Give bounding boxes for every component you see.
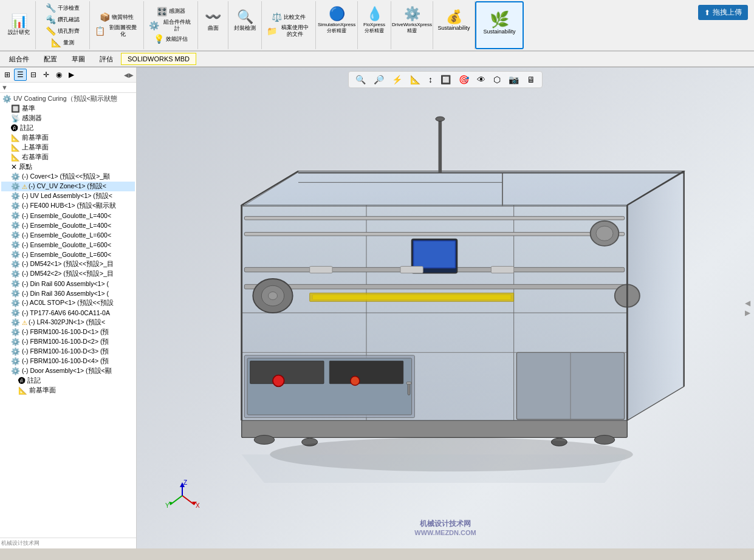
tab-solidworks-mbd[interactable]: SOLIDWORKS MBD — [121, 53, 196, 65]
tree-item-ac0l[interactable]: ⚙️ (-) AC0L STOP<1> (預設<<預設 — [1, 298, 135, 308]
tree-item-origin[interactable]: ✕ 原點 — [1, 162, 135, 172]
tree-item-din600[interactable]: ⚙️ (-) Din Rail 600 Assembly<1> ( — [1, 279, 135, 289]
lt-circle-btn[interactable]: ◉ — [53, 69, 65, 81]
tree-item-goulotte2[interactable]: ⚙️ (-) Ensemble_Goulotte_L=400< — [1, 220, 135, 230]
tree-root-icon: ⚙️ — [2, 95, 12, 103]
vp-display-style[interactable]: 🎯 — [456, 73, 472, 86]
active-docs-button[interactable]: 📁 稿案使用中的文件 — [264, 23, 313, 39]
tree-item-door-annotation[interactable]: 🅐 註記 — [1, 376, 135, 386]
tab-sketch[interactable]: 草圖 — [65, 52, 92, 66]
tab-assembly[interactable]: 組合件 — [2, 52, 36, 66]
driveworks-xpress-button[interactable]: ⚙️ DriveWorksXpress精靈 — [394, 2, 430, 39]
lt-detail-btn[interactable]: ⊟ — [27, 69, 39, 81]
tree-item-door-front-plane[interactable]: 📐 前基準面 — [1, 386, 135, 395]
sensor-button[interactable]: 🎛️ 感測器 — [146, 6, 195, 17]
compare-docs-button[interactable]: ⚖️ 比較文件 — [264, 12, 313, 22]
material-props-button[interactable]: 📦 物質特性 — [92, 12, 141, 22]
lt-scroll-right[interactable]: ◀▶ — [123, 72, 135, 78]
tree-item-tp177[interactable]: ⚙️ (-) TP177-6AV6 640-0CA11-0A — [1, 308, 135, 318]
vp-3d-view[interactable]: 🔲 — [437, 73, 454, 86]
y-axis-label: Y — [165, 502, 170, 509]
tree-item-door[interactable]: ⚙️ (-) Door Assembly<1> (預設<顯 — [1, 366, 135, 376]
svg-rect-47 — [491, 266, 513, 273]
material-icon: 📦 — [100, 13, 110, 21]
svg-marker-8 — [243, 172, 502, 206]
interference-check-button[interactable]: 🔧 干涉檢查 — [38, 2, 87, 13]
tree-item-front-plane[interactable]: 📐 前基準面 — [1, 133, 135, 143]
vp-zoom-area[interactable]: 🔎 — [371, 73, 387, 86]
tree-item-fbrm1[interactable]: ⚙️ (-) FBRM100-16-100-D<1> (預 — [1, 327, 135, 337]
tree-item-uv-led[interactable]: ⚙️ (-) UV Led Assembly<1> (預設< — [1, 191, 135, 201]
simulation-xpress-button[interactable]: 🔵 SimulationXpress分析精靈 — [318, 2, 355, 39]
vp-view-orient[interactable]: 📐 — [407, 73, 423, 86]
flo-icon: 💧 — [366, 7, 383, 21]
seal-check-button[interactable]: 🔍 封裝檢測 — [231, 2, 259, 39]
nav-arrow-expand[interactable]: ▶ — [745, 309, 750, 317]
tree-item-sensor[interactable]: 📡 感測器 — [1, 114, 135, 123]
z-axis-label: Z — [183, 479, 187, 486]
tree-item-goulotte3[interactable]: ⚙️ (-) Ensemble_Goulotte_L=600< — [1, 230, 135, 240]
svg-rect-45 — [310, 266, 332, 273]
tree-item-din360[interactable]: ⚙️ (-) Din Rail 360 Assembly<1> ( — [1, 289, 135, 298]
hole-align-button[interactable]: 📏 填孔對齊 — [38, 26, 87, 36]
section-visual-button[interactable]: 📋 割面圖視覺化 — [92, 23, 141, 39]
vp-section-view[interactable]: ⬡ — [490, 73, 504, 86]
component-tree: ⚙️ UV Coating Curing（預設<顯示狀態 🔲 基準 📡 感測器 … — [0, 93, 136, 538]
vp-camera[interactable]: 📷 — [506, 73, 522, 86]
sustainability-button[interactable]: 🌿 Sustainability — [481, 5, 518, 41]
tree-item-top-plane[interactable]: 📐 上基準面 — [1, 143, 135, 152]
tree-item-fbrm3[interactable]: ⚙️ (-) FBRM100-16-100-D<3> (預 — [1, 347, 135, 357]
upload-button[interactable]: ⬆ 拖拽上傳 — [698, 5, 748, 20]
hole-icon: 📏 — [46, 27, 56, 35]
tree-item-base[interactable]: 🔲 基準 — [1, 104, 135, 114]
surface-icon: 〰️ — [205, 10, 221, 24]
seal-icon: 🔍 — [237, 10, 253, 24]
tree-item-goulotte5[interactable]: ⚙️ (-) Ensemble_Goulotte_L=600< — [1, 250, 135, 259]
vp-zoom-fit[interactable]: 🔍 — [352, 73, 369, 86]
vp-display[interactable]: 🖥 — [524, 73, 538, 86]
flo-xpress-button[interactable]: 💧 FloXpress分析精靈 — [360, 2, 388, 39]
tree-root[interactable]: ⚙️ UV Coating Curing（預設<顯示狀態 — [1, 94, 135, 104]
assembly-stats-button[interactable]: ⚙️ 組合件件統計 — [146, 18, 195, 33]
tree-item-dm542-2[interactable]: ⚙️ (-) DM542<2> (預設<<預設>_目 — [1, 269, 135, 279]
svg-rect-22 — [244, 232, 624, 236]
measure-button[interactable]: 📐 量測 — [38, 37, 87, 48]
tree-item-fbrm2[interactable]: ⚙️ (-) FBRM100-16-100-D<2> (預 — [1, 337, 135, 347]
tree-item-fbrm4[interactable]: ⚙️ (-) FBRM100-16-100-D<4> (預 — [1, 357, 135, 366]
lt-list-btn[interactable]: ☰ — [14, 69, 27, 81]
tree-root-label: UV Coating Curing（預設<顯示狀態 — [13, 95, 117, 103]
tree-item-cover[interactable]: ⚙️ (-) Cover<1> (預設<<預設>_顯 — [1, 172, 135, 182]
lt-expand-btn[interactable]: ▶ — [66, 69, 77, 81]
costing-button[interactable]: 💰 Sustainability — [436, 2, 472, 39]
tree-item-goulotte1[interactable]: ⚙️ (-) Ensemble_Goulotte_L=400< — [1, 211, 135, 220]
lt-cross-btn[interactable]: ✛ — [40, 69, 52, 81]
warning-cv-uv: ⚠ — [22, 183, 27, 190]
tree-item-right-plane[interactable]: 📐 右基準面 — [1, 152, 135, 162]
tree-item-dm542-1[interactable]: ⚙️ (-) DM542<1> (預設<<預設>_目 — [1, 259, 135, 269]
vp-previous-view[interactable]: ⚡ — [389, 73, 405, 86]
drill-confirm-button[interactable]: 🔩 鑽孔確認 — [38, 14, 87, 25]
svg-point-36 — [273, 375, 284, 387]
tree-item-lr4[interactable]: ⚙️ ⚠ (-) LR4-302PJN<1> (預設< — [1, 318, 135, 327]
vp-view-flip[interactable]: ↕ — [425, 73, 436, 86]
drill-icon: 🔩 — [46, 15, 56, 24]
tree-item-annotation[interactable]: 🅐 註記 — [1, 123, 135, 133]
tree-item-goulotte4[interactable]: ⚙️ (-) Ensemble_Goulotte_L=600< — [1, 240, 135, 250]
tree-item-fe400[interactable]: ⚙️ (-) FE400 HUB<1> (預設<顯示狀 — [1, 201, 135, 211]
costing-icon: 💰 — [446, 10, 462, 24]
performance-eval-button[interactable]: 💡 效能評估 — [146, 33, 195, 44]
3d-viewport[interactable]: 🔍 🔎 ⚡ 📐 ↕ 🔲 🎯 👁 ⬡ 📷 🖥 — [137, 67, 754, 548]
tree-item-cv-uv[interactable]: ⚙️ ⚠ (-) CV_UV Zone<1> (預設< — [1, 182, 135, 191]
nav-arrow-right[interactable]: ◀ — [745, 299, 750, 307]
filter-bar: ▼ — [0, 83, 136, 93]
watermark-line1: 机械设计技术网 — [414, 519, 476, 529]
costing-label: Sustainability — [438, 25, 470, 32]
design-study-button[interactable]: 📊 設計研究 — [5, 7, 33, 44]
vp-hide-show[interactable]: 👁 — [474, 73, 488, 86]
ribbon-group-tools2: 📦 物質特性 📋 割面圖視覺化 — [90, 1, 144, 49]
ribbon-group-driveworks: ⚙️ DriveWorksXpress精靈 — [391, 1, 433, 49]
surface-button[interactable]: 〰️ 曲面 — [201, 2, 225, 39]
tab-config[interactable]: 配置 — [37, 52, 64, 66]
tab-evaluate[interactable]: 評估 — [93, 52, 120, 66]
lt-filter-btn[interactable]: ⊞ — [1, 69, 13, 81]
